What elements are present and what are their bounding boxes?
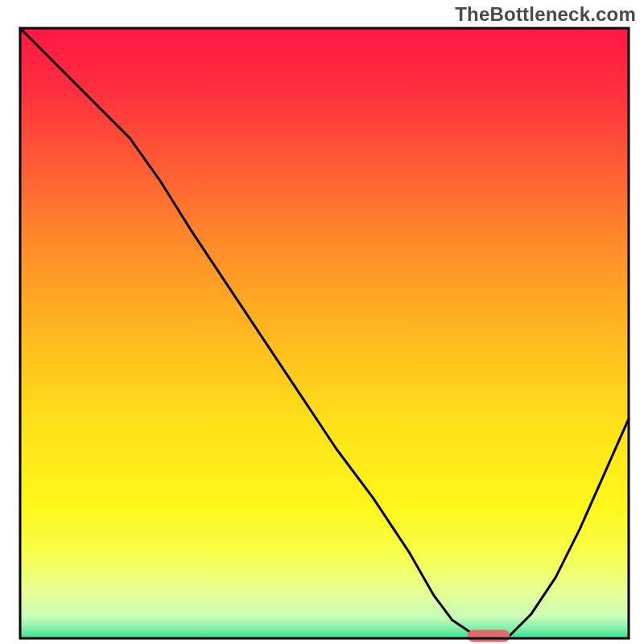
chart-container: TheBottleneck.com [0,0,644,644]
marker-optimal-zone [468,630,510,642]
watermark-text: TheBottleneck.com [455,3,636,26]
bottleneck-chart [0,0,644,644]
